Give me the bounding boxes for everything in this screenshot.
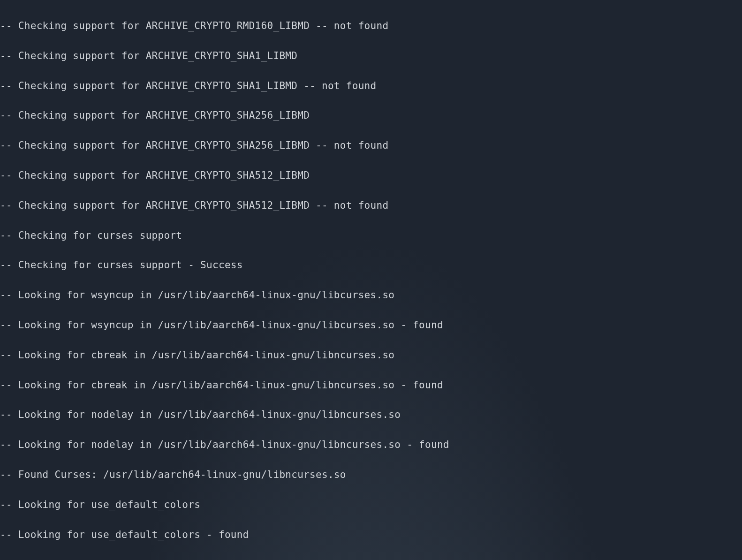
terminal-line: -- Looking for nodelay in /usr/lib/aarch…: [0, 438, 742, 453]
terminal-line: -- Checking support for ARCHIVE_CRYPTO_S…: [0, 168, 742, 183]
terminal-line: -- Checking support for ARCHIVE_CRYPTO_S…: [0, 198, 742, 213]
terminal-line: -- Looking for use_default_colors: [0, 498, 742, 513]
terminal-line: -- Looking for cbreak in /usr/lib/aarch6…: [0, 378, 742, 393]
terminal-line: -- Checking for curses support - Success: [0, 258, 742, 273]
terminal-line: -- Checking support for ARCHIVE_CRYPTO_S…: [0, 49, 742, 64]
terminal-line: -- Looking for use_default_colors - foun…: [0, 528, 742, 543]
terminal-line: -- Checking support for ARCHIVE_CRYPTO_S…: [0, 79, 742, 94]
terminal-line: -- Looking for nodelay in /usr/lib/aarch…: [0, 408, 742, 423]
terminal-line: -- Looking for wsyncup in /usr/lib/aarch…: [0, 288, 742, 303]
terminal-line: -- Looking for a Fortran compiler: [0, 558, 742, 560]
terminal-line: -- Checking support for ARCHIVE_CRYPTO_S…: [0, 108, 742, 123]
terminal-output[interactable]: -- Checking support for ARCHIVE_CRYPTO_R…: [0, 0, 742, 560]
terminal-line: -- Checking support for ARCHIVE_CRYPTO_S…: [0, 138, 742, 153]
terminal-line: -- Looking for cbreak in /usr/lib/aarch6…: [0, 348, 742, 363]
terminal-line: -- Checking for curses support: [0, 228, 742, 243]
terminal-line: -- Checking support for ARCHIVE_CRYPTO_R…: [0, 19, 742, 34]
terminal-line: -- Found Curses: /usr/lib/aarch64-linux-…: [0, 468, 742, 483]
terminal-line: -- Looking for wsyncup in /usr/lib/aarch…: [0, 318, 742, 333]
